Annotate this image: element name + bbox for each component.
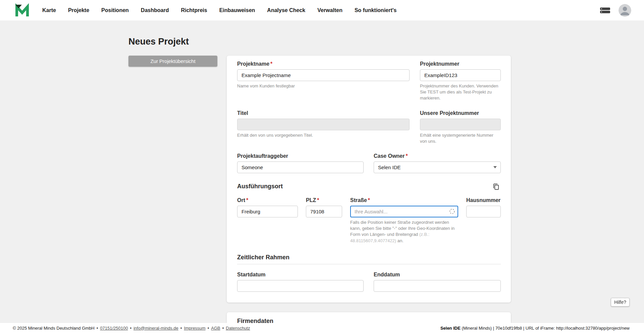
field-titel: Titel Erhält den von uns vorgegebenen Ti… [237,110,410,138]
nav-item-analyse-check[interactable]: Analyse Check [267,7,305,13]
app-logo[interactable] [15,3,30,18]
dot-separator: • [97,326,98,331]
nav-item-positionen[interactable]: Positionen [101,7,129,13]
case-owner-select[interactable]: Selen IDE [374,161,501,173]
field-projektauftraggeber: Projektauftraggeber [237,153,364,173]
footer-link-impressum[interactable]: Impressum [184,326,205,331]
projektnummer-input[interactable] [420,69,501,81]
session-user: Selen IDE [440,326,461,331]
nav-item-dashboard[interactable]: Dashboard [141,7,169,13]
field-plz: PLZ* [306,197,342,217]
titel-label: Titel [237,110,410,116]
titel-input [237,119,410,130]
projektnummer-helper: Projektnummer des Kunden. Verwenden Sie … [420,83,501,102]
ort-input[interactable] [237,206,298,217]
user-avatar-button[interactable] [619,4,631,17]
required-marker: * [270,61,272,67]
nav-item-richtpreis[interactable]: Richtpreis [181,7,207,13]
dot-separator: • [222,326,224,331]
case-owner-value: Selen IDE [378,164,401,170]
field-hausnummer: Hausnummer [466,197,501,217]
main-content: Neues Projekt Zur Projektübersicht Proje… [0,20,644,323]
required-marker: * [246,197,248,203]
plz-input[interactable] [306,206,342,217]
projektauftraggeber-label: Projektauftraggeber [237,153,364,159]
help-button[interactable]: Hilfe? [611,298,630,307]
section-title-firmendaten: Firmendaten [237,318,501,323]
unsere-projektnummer-helper: Erhält eine systemgenerierte Nummer von … [420,132,501,144]
projektname-input[interactable] [237,69,410,81]
field-ort: Ort* [237,197,298,217]
startdatum-input[interactable] [237,280,364,292]
strasse-helper: Falls die Position keiner Straße zugeord… [350,219,458,244]
top-nav-bar: Karte Projekte Positionen Dashboard Rich… [0,0,644,20]
required-marker: * [317,197,319,203]
projektauftraggeber-input[interactable] [237,161,364,173]
section-title-zeitlicher-rahmen: Zeitlicher Rahmen [237,254,501,261]
projektname-label: Projektname* [237,61,410,67]
hausnummer-input[interactable] [466,206,501,217]
copy-address-button[interactable] [491,182,501,191]
required-marker: * [406,153,408,159]
startdatum-label: Startdatum [237,272,364,278]
field-unsere-projektnummer: Unsere Projektnummer Erhält eine systemg… [420,110,501,144]
section-title-ausfuehrungsort: Ausführungsort [237,183,283,190]
nav-item-projekte[interactable]: Projekte [68,7,89,13]
strasse-input[interactable] [350,206,458,217]
dot-separator: • [208,326,209,331]
unsere-projektnummer-input [420,119,501,130]
field-projektname: Projektname* Name vom Kunden festlegbar [237,61,410,89]
nav-item-so-funktionierts[interactable]: So funktioniert's [355,7,397,13]
session-details: (Mineral Minds) | 70e10df19fb8 | URL of … [461,326,630,331]
main-nav: Karte Projekte Positionen Dashboard Rich… [42,7,600,13]
dot-separator: • [130,326,131,331]
strasse-label: Straße* [350,197,458,203]
case-owner-label: Case Owner* [374,153,501,159]
project-form-card: Projektname* Name vom Kunden festlegbar … [227,56,511,303]
footer-link-datenschutz[interactable]: Datenschutz [226,326,250,331]
field-projektnummer: Projektnummer Projektnummer des Kunden. … [420,61,501,102]
copyright-text: © 2025 Mineral Minds Deutschland GmbH [13,326,95,331]
enddatum-input[interactable] [374,280,501,292]
footer-link-agb[interactable]: AGB [211,326,220,331]
section-divider [237,264,501,264]
field-case-owner: Case Owner* Selen IDE [374,153,501,173]
footer-info: © 2025 Mineral Minds Deutschland GmbH • … [13,326,250,331]
back-to-projects-button[interactable]: Zur Projektübersicht [128,56,217,67]
nav-item-einbauweisen[interactable]: Einbauweisen [219,7,255,13]
dot-separator: • [180,326,182,331]
nav-item-verwalten[interactable]: Verwalten [317,7,342,13]
enddatum-label: Enddatum [374,272,501,278]
titel-helper: Erhält den von uns vorgegebenen Titel. [237,132,410,138]
footer: © 2025 Mineral Minds Deutschland GmbH • … [0,323,644,333]
loading-spinner-icon [449,208,455,214]
page-title: Neues Projekt [128,37,511,47]
copy-icon [492,183,500,191]
footer-link-email[interactable]: info@mineral-minds.de [133,326,178,331]
header-actions [600,4,631,17]
person-icon [619,4,631,17]
plz-label: PLZ* [306,197,342,203]
field-strasse: Straße* Falls die Position keiner Straße… [350,197,458,244]
field-startdatum: Startdatum [237,272,364,292]
ort-label: Ort* [237,197,298,203]
unsere-projektnummer-label: Unsere Projektnummer [420,110,501,116]
field-enddatum: Enddatum [374,272,501,292]
required-marker: * [368,197,370,203]
nav-item-karte[interactable]: Karte [42,7,56,13]
hausnummer-label: Hausnummer [466,197,501,203]
server-icon[interactable] [600,7,610,14]
chevron-down-icon [493,166,497,169]
footer-link-phone[interactable]: 07151/250100 [100,326,128,331]
firmendaten-card: Firmendaten [227,312,511,323]
projektnummer-label: Projektnummer [420,61,501,67]
projektname-helper: Name vom Kunden festlegbar [237,83,410,89]
session-info: Selen IDE (Mineral Minds) | 70e10df19fb8… [440,326,630,331]
logo-icon [15,3,30,18]
